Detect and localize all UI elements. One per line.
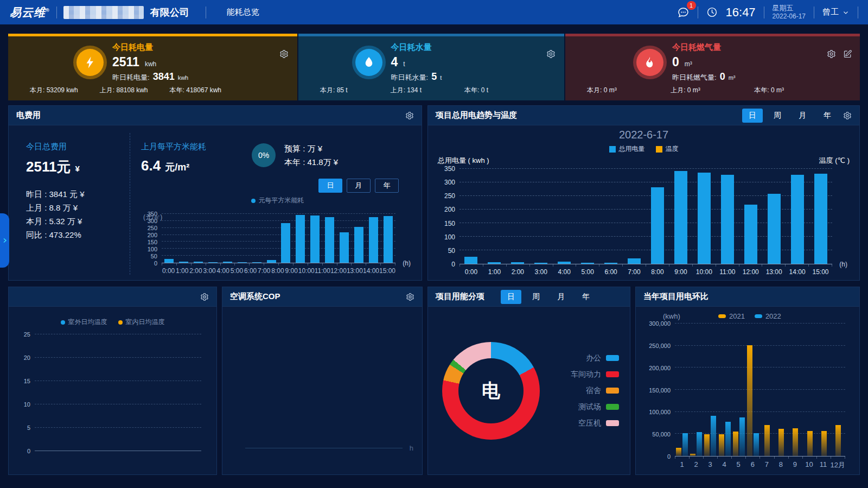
x-tick [716,264,739,267]
x-tick-label: 3:00 [529,268,553,276]
settings-icon[interactable] [279,49,289,59]
tab-day[interactable]: 日 [501,290,521,304]
bar [744,205,757,264]
bar [384,216,393,263]
settings-icon[interactable] [406,293,414,301]
legend-item[interactable]: 室内日均温度 [118,318,165,327]
y-tick-label: 300,000 [649,320,671,327]
bar [628,258,641,264]
stat-month: 本月: 53209 kwh [30,86,78,95]
panel-header [9,287,216,307]
kpi-unit: m³ [685,60,692,68]
settings-icon[interactable] [200,293,209,301]
y-tick-label: 250 [444,192,455,200]
x-tick-label: 5 [731,460,745,470]
tab-day[interactable]: 日 [318,179,342,193]
x-tick-label: 12:00 [330,267,347,275]
legend-item[interactable]: 车间动力 [571,370,619,379]
x-tick [646,264,669,267]
tab-year[interactable]: 年 [576,290,596,304]
bar-slot [803,324,817,456]
tab-month[interactable]: 月 [347,179,371,193]
legend-item[interactable]: 办公 [571,353,619,363]
sidebar-expander[interactable] [0,213,9,268]
bar-slot [599,169,623,264]
tab-year[interactable]: 年 [817,109,838,123]
legend-item[interactable]: 温度 [656,144,679,154]
user-menu[interactable]: 曾工 [822,7,850,17]
settings-icon[interactable] [546,49,556,59]
kpi-yesterday: 昨日耗电量:3841kwh [112,71,229,83]
x-tick-label: 8:00 [646,268,669,276]
bar [511,262,524,264]
settings-icon[interactable] [827,49,836,59]
tab-week[interactable]: 周 [526,290,546,304]
chevron-right-icon [2,237,8,244]
settings-icon[interactable] [405,111,414,120]
bar-slot [746,324,760,456]
edit-icon[interactable] [843,49,852,59]
x-tick-label: 14:00 [363,267,379,275]
x-tick-label: 13:00 [762,268,786,276]
message-count-badge: 1 [687,1,696,10]
legend-item[interactable]: 2021 [718,312,745,320]
bar [464,257,477,264]
bar [778,429,784,456]
bar-slot [692,169,716,264]
bar [604,263,617,264]
x-tick [323,263,337,265]
yearly-legend: 2021 2022 [718,312,781,320]
bar-slot [760,324,774,456]
y-tick-label: 50 [448,247,455,255]
cost-top: 上月每平方米能耗 6.4元/m² 0% 预算 : 万 ¥ 本年 : 41.8万 … [141,142,414,174]
settings-icon[interactable] [843,111,852,120]
x-tick [162,263,177,265]
divider [858,7,858,18]
today-cost-label: 今日总费用 [26,142,130,152]
x-tick [704,457,718,459]
bar-slot [788,324,802,456]
legend-item[interactable]: 室外日均温度 [61,318,107,327]
messages-button[interactable]: 1 [676,6,690,19]
water-drop-icon [355,49,382,76]
legend-swatch [606,388,619,394]
x-tick-label: 9:00 [669,268,692,276]
x-tick-label: 7 [760,460,774,470]
legend-item[interactable]: 宿舍 [571,386,619,396]
tab-month[interactable]: 月 [792,109,813,123]
legend-item[interactable]: 测试场 [571,402,619,412]
energy-donut-chart: 电 [442,342,540,440]
bar-slot [220,214,235,263]
x-tick-label: 6:00 [244,267,257,275]
divider [698,7,698,18]
x-tick [483,264,507,267]
legend-item[interactable]: 空压机 [571,419,619,428]
bar [252,262,261,263]
bar-slot [352,214,366,263]
x-tick [739,264,763,267]
x-tick-label: 6:00 [599,268,623,276]
x-tick [235,263,250,265]
bar [814,174,827,264]
bar [676,448,681,456]
bar [682,433,688,456]
bar [208,262,218,263]
x-tick-label: 4 [717,460,731,470]
x-tick [831,457,845,459]
tab-month[interactable]: 月 [551,290,571,304]
nav-item-energy-overview[interactable]: 能耗总览 [227,7,259,17]
x-tick [530,264,553,267]
x-tick [264,263,279,265]
kpi-main: 今日耗电量 2511kwh 昨日耗电量:3841kwh [8,36,297,86]
kpi-yesterday: 昨日耗水量:5t [391,71,508,83]
tab-week[interactable]: 周 [767,109,788,123]
stat-year: 本年: 0 t [464,86,488,95]
kpi-stats: 本月: 85 t 上月: 134 t 本年: 0 t [298,86,564,100]
legend-item[interactable]: 总用电量 [609,144,645,154]
kpi-main: 今日耗水量 4t 昨日耗水量:5t [298,36,564,86]
user-name: 曾工 [822,7,839,17]
tab-day[interactable]: 日 [742,109,763,123]
legend-item[interactable]: 2022 [755,312,781,320]
tab-year[interactable]: 年 [375,179,399,193]
x-tick [507,264,530,267]
